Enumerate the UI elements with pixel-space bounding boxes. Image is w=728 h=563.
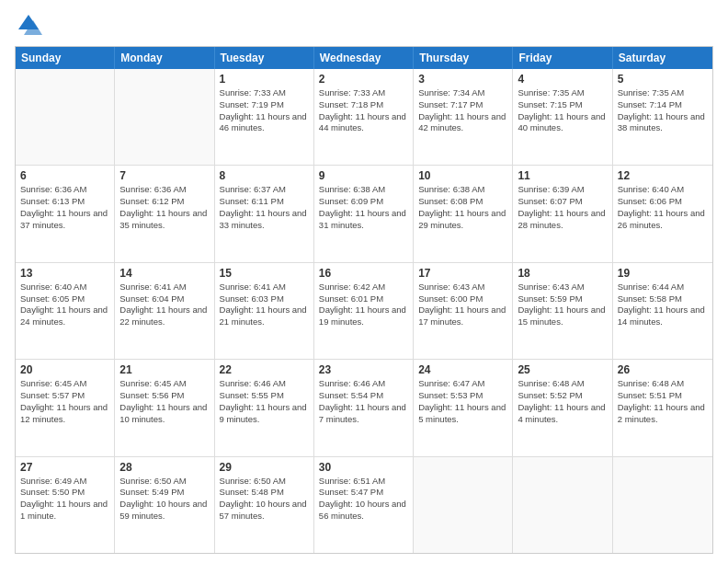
calendar-cell: 16Sunrise: 6:42 AM Sunset: 6:01 PM Dayli… — [314, 263, 414, 359]
day-number: 14 — [119, 267, 209, 280]
calendar-cell: 27Sunrise: 6:49 AM Sunset: 5:50 PM Dayli… — [16, 457, 115, 553]
calendar-cell: 17Sunrise: 6:43 AM Sunset: 6:00 PM Dayli… — [414, 263, 513, 359]
calendar-cell: 13Sunrise: 6:40 AM Sunset: 6:05 PM Dayli… — [16, 263, 115, 359]
day-number: 27 — [20, 461, 109, 474]
day-info: Sunrise: 7:35 AM Sunset: 7:14 PM Dayligh… — [618, 87, 708, 134]
day-number: 5 — [618, 73, 708, 86]
header-day-friday: Friday — [513, 47, 612, 69]
calendar-row-2: 6Sunrise: 6:36 AM Sunset: 6:13 PM Daylig… — [16, 165, 712, 261]
calendar-cell: 18Sunrise: 6:43 AM Sunset: 5:59 PM Dayli… — [513, 263, 612, 359]
day-info: Sunrise: 6:47 AM Sunset: 5:53 PM Dayligh… — [418, 378, 507, 425]
calendar-cell: 23Sunrise: 6:46 AM Sunset: 5:54 PM Dayli… — [314, 360, 414, 455]
day-info: Sunrise: 6:48 AM Sunset: 5:52 PM Dayligh… — [518, 378, 607, 425]
day-number: 30 — [319, 461, 408, 474]
day-number: 20 — [20, 363, 109, 376]
calendar-cell: 3Sunrise: 7:34 AM Sunset: 7:17 PM Daylig… — [414, 69, 513, 165]
day-info: Sunrise: 6:40 AM Sunset: 6:06 PM Dayligh… — [618, 184, 708, 231]
day-info: Sunrise: 6:37 AM Sunset: 6:11 PM Dayligh… — [220, 184, 309, 231]
day-number: 24 — [418, 363, 507, 376]
calendar-cell: 4Sunrise: 7:35 AM Sunset: 7:15 PM Daylig… — [513, 69, 612, 165]
day-info: Sunrise: 6:50 AM Sunset: 5:48 PM Dayligh… — [220, 476, 309, 523]
day-number: 15 — [220, 267, 309, 280]
calendar-cell: 19Sunrise: 6:44 AM Sunset: 5:58 PM Dayli… — [613, 263, 712, 359]
calendar-row-1: 1Sunrise: 7:33 AM Sunset: 7:19 PM Daylig… — [16, 69, 712, 165]
day-info: Sunrise: 6:36 AM Sunset: 6:12 PM Dayligh… — [119, 184, 209, 231]
logo — [15, 11, 46, 39]
calendar-cell — [613, 457, 712, 553]
day-info: Sunrise: 6:39 AM Sunset: 6:07 PM Dayligh… — [518, 184, 607, 231]
calendar-cell: 14Sunrise: 6:41 AM Sunset: 6:04 PM Dayli… — [115, 263, 214, 359]
calendar-cell: 12Sunrise: 6:40 AM Sunset: 6:06 PM Dayli… — [613, 166, 712, 261]
day-number: 10 — [418, 169, 507, 182]
page: SundayMondayTuesdayWednesdayThursdayFrid… — [0, 0, 728, 563]
day-info: Sunrise: 6:49 AM Sunset: 5:50 PM Dayligh… — [20, 476, 109, 523]
day-number: 12 — [618, 169, 708, 182]
calendar-cell — [115, 69, 214, 165]
calendar-row-5: 27Sunrise: 6:49 AM Sunset: 5:50 PM Dayli… — [16, 456, 712, 553]
calendar-cell: 29Sunrise: 6:50 AM Sunset: 5:48 PM Dayli… — [215, 457, 314, 553]
calendar-cell — [16, 69, 115, 165]
day-number: 6 — [20, 169, 109, 182]
day-info: Sunrise: 6:45 AM Sunset: 5:57 PM Dayligh… — [20, 378, 109, 425]
calendar-cell: 9Sunrise: 6:38 AM Sunset: 6:09 PM Daylig… — [314, 166, 414, 261]
calendar-row-4: 20Sunrise: 6:45 AM Sunset: 5:57 PM Dayli… — [16, 359, 712, 455]
day-number: 17 — [418, 267, 507, 280]
day-info: Sunrise: 6:42 AM Sunset: 6:01 PM Dayligh… — [319, 282, 408, 328]
calendar-cell: 6Sunrise: 6:36 AM Sunset: 6:13 PM Daylig… — [16, 166, 115, 261]
day-info: Sunrise: 6:40 AM Sunset: 6:05 PM Dayligh… — [20, 282, 109, 328]
calendar-header: SundayMondayTuesdayWednesdayThursdayFrid… — [16, 47, 712, 69]
day-number: 26 — [618, 363, 708, 376]
day-number: 1 — [220, 73, 309, 86]
day-info: Sunrise: 6:50 AM Sunset: 5:49 PM Dayligh… — [119, 476, 209, 523]
calendar-cell: 28Sunrise: 6:50 AM Sunset: 5:49 PM Dayli… — [115, 457, 214, 553]
day-info: Sunrise: 6:46 AM Sunset: 5:55 PM Dayligh… — [220, 378, 309, 425]
calendar-cell: 5Sunrise: 7:35 AM Sunset: 7:14 PM Daylig… — [613, 69, 712, 165]
day-info: Sunrise: 6:44 AM Sunset: 5:58 PM Dayligh… — [618, 282, 708, 328]
day-number: 29 — [220, 461, 309, 474]
day-number: 11 — [518, 169, 607, 182]
calendar-cell: 25Sunrise: 6:48 AM Sunset: 5:52 PM Dayli… — [513, 360, 612, 455]
day-number: 4 — [518, 73, 607, 86]
day-number: 16 — [319, 267, 408, 280]
day-info: Sunrise: 6:38 AM Sunset: 6:08 PM Dayligh… — [418, 184, 507, 231]
day-info: Sunrise: 6:51 AM Sunset: 5:47 PM Dayligh… — [319, 476, 408, 523]
day-number: 19 — [618, 267, 708, 280]
header-day-tuesday: Tuesday — [215, 47, 314, 69]
day-info: Sunrise: 6:43 AM Sunset: 6:00 PM Dayligh… — [418, 282, 507, 328]
logo-icon — [15, 11, 42, 39]
day-info: Sunrise: 7:35 AM Sunset: 7:15 PM Dayligh… — [518, 87, 607, 134]
header-day-monday: Monday — [115, 47, 214, 69]
day-number: 9 — [319, 169, 408, 182]
calendar: SundayMondayTuesdayWednesdayThursdayFrid… — [15, 46, 713, 554]
day-info: Sunrise: 6:36 AM Sunset: 6:13 PM Dayligh… — [20, 184, 109, 231]
calendar-cell: 15Sunrise: 6:41 AM Sunset: 6:03 PM Dayli… — [215, 263, 314, 359]
day-number: 23 — [319, 363, 408, 376]
header-day-saturday: Saturday — [613, 47, 712, 69]
calendar-cell: 7Sunrise: 6:36 AM Sunset: 6:12 PM Daylig… — [115, 166, 214, 261]
day-info: Sunrise: 7:33 AM Sunset: 7:19 PM Dayligh… — [220, 87, 309, 134]
day-number: 28 — [119, 461, 209, 474]
header-day-sunday: Sunday — [16, 47, 115, 69]
calendar-cell: 1Sunrise: 7:33 AM Sunset: 7:19 PM Daylig… — [215, 69, 314, 165]
calendar-cell: 10Sunrise: 6:38 AM Sunset: 6:08 PM Dayli… — [414, 166, 513, 261]
calendar-cell — [513, 457, 612, 553]
day-info: Sunrise: 6:41 AM Sunset: 6:04 PM Dayligh… — [119, 282, 209, 328]
calendar-body: 1Sunrise: 7:33 AM Sunset: 7:19 PM Daylig… — [16, 69, 712, 553]
day-info: Sunrise: 6:43 AM Sunset: 5:59 PM Dayligh… — [518, 282, 607, 328]
calendar-row-3: 13Sunrise: 6:40 AM Sunset: 6:05 PM Dayli… — [16, 262, 712, 359]
day-number: 7 — [119, 169, 209, 182]
day-number: 22 — [220, 363, 309, 376]
day-info: Sunrise: 6:38 AM Sunset: 6:09 PM Dayligh… — [319, 184, 408, 231]
day-number: 3 — [418, 73, 507, 86]
day-number: 8 — [220, 169, 309, 182]
calendar-cell: 24Sunrise: 6:47 AM Sunset: 5:53 PM Dayli… — [414, 360, 513, 455]
calendar-cell: 8Sunrise: 6:37 AM Sunset: 6:11 PM Daylig… — [215, 166, 314, 261]
calendar-cell — [414, 457, 513, 553]
day-info: Sunrise: 7:33 AM Sunset: 7:18 PM Dayligh… — [319, 87, 408, 134]
calendar-cell: 21Sunrise: 6:45 AM Sunset: 5:56 PM Dayli… — [115, 360, 214, 455]
day-number: 25 — [518, 363, 607, 376]
day-number: 21 — [119, 363, 209, 376]
header — [15, 11, 713, 39]
header-day-thursday: Thursday — [414, 47, 513, 69]
day-number: 2 — [319, 73, 408, 86]
